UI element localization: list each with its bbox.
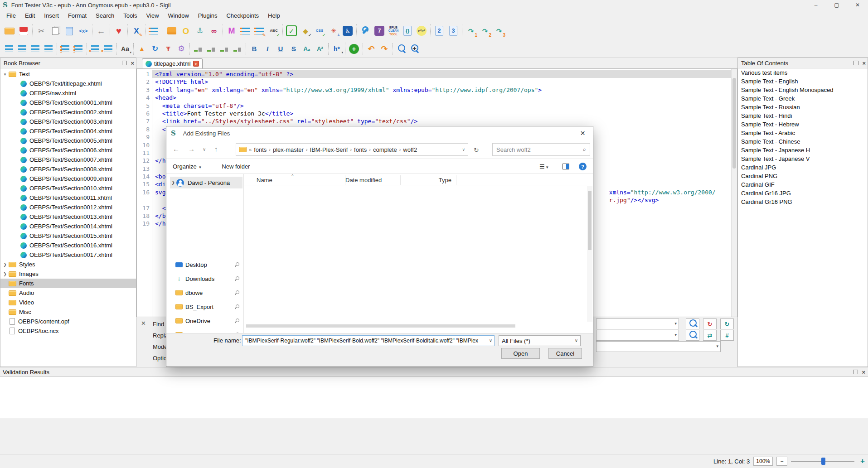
toc-item[interactable]: Sample Text - Japanese V bbox=[738, 154, 868, 163]
paste-icon[interactable] bbox=[63, 24, 76, 37]
align-right-icon[interactable] bbox=[29, 43, 41, 55]
chevron-icon[interactable]: ❯ bbox=[2, 272, 8, 276]
rotate-icon[interactable]: ↻ bbox=[149, 43, 161, 55]
replace-button[interactable] bbox=[686, 330, 699, 341]
convert-2-icon[interactable]: ↷2 bbox=[479, 24, 491, 37]
close-button[interactable]: ✕ bbox=[847, 0, 868, 10]
mode-select[interactable] bbox=[596, 341, 721, 352]
zoom-out-button[interactable]: − bbox=[776, 457, 787, 466]
pin-icon[interactable] bbox=[235, 276, 240, 281]
grow-font-icon[interactable]: ▲ bbox=[136, 43, 148, 55]
tree-item-oebps-text-section0005-xhtml[interactable]: OEBPS/Text/Section0005.xhtml bbox=[0, 136, 136, 145]
plugin-icon[interactable]: 7 bbox=[374, 26, 384, 36]
text-case-icon[interactable]: Aa▾ bbox=[119, 43, 131, 55]
breadcrumb-item[interactable]: plex-master bbox=[273, 146, 304, 153]
nav-item-desktop[interactable]: Desktop bbox=[166, 258, 243, 271]
insert-file-icon[interactable]: + bbox=[349, 44, 359, 54]
italic-icon[interactable]: I bbox=[262, 43, 273, 55]
toc-item[interactable]: Sample Text - English Monospaced bbox=[738, 86, 868, 94]
menu-plugins[interactable]: Plugins bbox=[194, 11, 222, 20]
outdent-icon[interactable]: ◂ bbox=[89, 43, 101, 55]
tree-item-video[interactable]: Video bbox=[0, 298, 136, 307]
tree-item-fonts[interactable]: Fonts bbox=[0, 279, 136, 288]
view-options-icon[interactable]: ☰ ▼ bbox=[539, 163, 548, 170]
file-type-filter[interactable]: All Files (*) bbox=[499, 335, 581, 346]
column-header-type[interactable]: Date modified bbox=[345, 175, 401, 185]
heading-icon[interactable]: h*▾ bbox=[331, 43, 343, 55]
chevron-icon[interactable]: ▾ bbox=[2, 72, 8, 77]
underline-icon[interactable]: U bbox=[275, 43, 286, 55]
breadcrumb-item[interactable]: fonts bbox=[354, 146, 367, 153]
tree-item-misc[interactable]: Misc bbox=[0, 307, 136, 317]
toc-item[interactable]: Sample Text - Japanese H bbox=[738, 146, 868, 154]
replace-find-button[interactable]: ↻ bbox=[703, 318, 717, 329]
chevron-right-icon[interactable]: ❯ bbox=[170, 180, 176, 185]
settings-gear-icon[interactable]: ⚙ bbox=[175, 43, 187, 55]
convert-3-icon[interactable]: ↷3 bbox=[493, 24, 505, 37]
find-icon[interactable] bbox=[395, 43, 407, 55]
redo-icon[interactable]: ↷ bbox=[378, 43, 390, 55]
refresh-icon[interactable]: ↻ bbox=[474, 146, 479, 154]
tree-item-text[interactable]: ▾Text bbox=[0, 69, 136, 79]
valign-bottom-icon[interactable] bbox=[232, 43, 243, 55]
float-panel-icon[interactable] bbox=[122, 61, 127, 65]
count-all-button[interactable]: ↻ bbox=[720, 318, 734, 329]
toc-item[interactable]: Sample Text - Arabic bbox=[738, 129, 868, 137]
accessibility-icon[interactable]: ♿ bbox=[343, 26, 353, 36]
breadcrumb[interactable]: « fonts›plex-master›IBM-Plex-Serif›fonts… bbox=[236, 143, 468, 156]
tree-item-oebps-text-section0016-xhtml[interactable]: OEBPS/Text/Section0016.xhtml bbox=[0, 241, 136, 250]
tree-item-oebps-text-section0007-xhtml[interactable]: OEBPS/Text/Section0007.xhtml bbox=[0, 155, 136, 164]
tree-item-oebps-text-section0009-xhtml[interactable]: OEBPS/Text/Section0009.xhtml bbox=[0, 174, 136, 183]
toc-item[interactable]: Cardinal GIF bbox=[738, 180, 868, 189]
back-icon[interactable]: ← bbox=[95, 24, 107, 37]
menu-window[interactable]: Window bbox=[164, 11, 194, 20]
nav-user-item[interactable]: ❯ David - Persona bbox=[170, 177, 242, 188]
menu-insert[interactable]: Insert bbox=[39, 11, 63, 20]
tree-item-oebps-text-section0008-xhtml[interactable]: OEBPS/Text/Section0008.xhtml bbox=[0, 164, 136, 174]
code-view-icon[interactable]: <x> bbox=[77, 24, 90, 37]
search-icon[interactable]: ⌕ bbox=[583, 146, 586, 153]
pin-icon[interactable] bbox=[235, 290, 240, 295]
mend-code-icon[interactable]: ✳+ bbox=[327, 24, 340, 37]
chevron-icon[interactable]: ❯ bbox=[2, 262, 8, 267]
donate-heart-icon[interactable]: ♥ bbox=[112, 24, 125, 37]
file-list-scrollbar[interactable] bbox=[587, 186, 592, 322]
pin-icon[interactable] bbox=[235, 318, 240, 323]
cancel-button[interactable]: Cancel bbox=[548, 348, 582, 359]
tree-item-oebps-text-section0014-xhtml[interactable]: OEBPS/Text/Section0014.xhtml bbox=[0, 222, 136, 231]
valign-middle-icon[interactable] bbox=[218, 43, 230, 55]
toc-item[interactable]: Sample Text - English bbox=[738, 77, 868, 86]
float-panel-icon[interactable] bbox=[853, 61, 858, 65]
indent-icon[interactable]: ▸ bbox=[102, 43, 114, 55]
subscript-icon[interactable]: A₂ bbox=[301, 43, 313, 55]
zoom-slider[interactable] bbox=[791, 457, 854, 466]
nav-item-bs-export[interactable]: BS_Export bbox=[166, 300, 243, 313]
editor-scrollbar-thumb[interactable] bbox=[732, 78, 736, 169]
toc-item[interactable]: Sample Text - Greek bbox=[738, 94, 868, 103]
copy-icon[interactable] bbox=[49, 24, 62, 37]
braces-doc-icon[interactable]: {} bbox=[401, 24, 414, 37]
nav-up-icon[interactable]: ↑ bbox=[214, 145, 218, 153]
toc-item[interactable]: Cardinal JPG bbox=[738, 163, 868, 172]
cut-icon[interactable]: ✂ bbox=[35, 24, 48, 37]
find-input[interactable] bbox=[596, 318, 679, 329]
column-header-date-modified[interactable]: Name bbox=[257, 175, 345, 185]
tree-item-oebps-text-section0004-xhtml[interactable]: OEBPS/Text/Section0004.xhtml bbox=[0, 126, 136, 136]
nav-item-dbowe[interactable]: dbowe bbox=[166, 286, 243, 299]
close-panel-icon[interactable]: × bbox=[862, 60, 866, 66]
help-icon[interactable]: ? bbox=[579, 163, 587, 170]
pin-icon[interactable] bbox=[235, 262, 240, 267]
breadcrumb-item[interactable]: complete bbox=[373, 146, 397, 153]
align-justify-icon[interactable] bbox=[43, 43, 54, 55]
tree-item-oebps-text-section0003-xhtml[interactable]: OEBPS/Text/Section0003.xhtml bbox=[0, 117, 136, 126]
toc-item[interactable]: Cardinal Gr16 PNG bbox=[738, 198, 868, 206]
save-icon[interactable] bbox=[17, 24, 30, 37]
epub2-to-epub3-icon[interactable]: e²e³ bbox=[417, 26, 427, 36]
replace-all-button[interactable]: ⇄ bbox=[703, 330, 717, 341]
nav-forward-icon[interactable]: → bbox=[188, 145, 195, 153]
strikethrough-icon[interactable]: S bbox=[288, 43, 300, 55]
file-name-input[interactable]: "IBMPlexSerif-Regular.woff2" "IBMPlexSer… bbox=[242, 335, 495, 346]
zoom-in-button[interactable]: + bbox=[858, 457, 867, 466]
epub-clean-tool-icon[interactable]: EPUBCLEANTOOL bbox=[387, 24, 400, 37]
bullet-list-icon[interactable] bbox=[59, 43, 71, 55]
